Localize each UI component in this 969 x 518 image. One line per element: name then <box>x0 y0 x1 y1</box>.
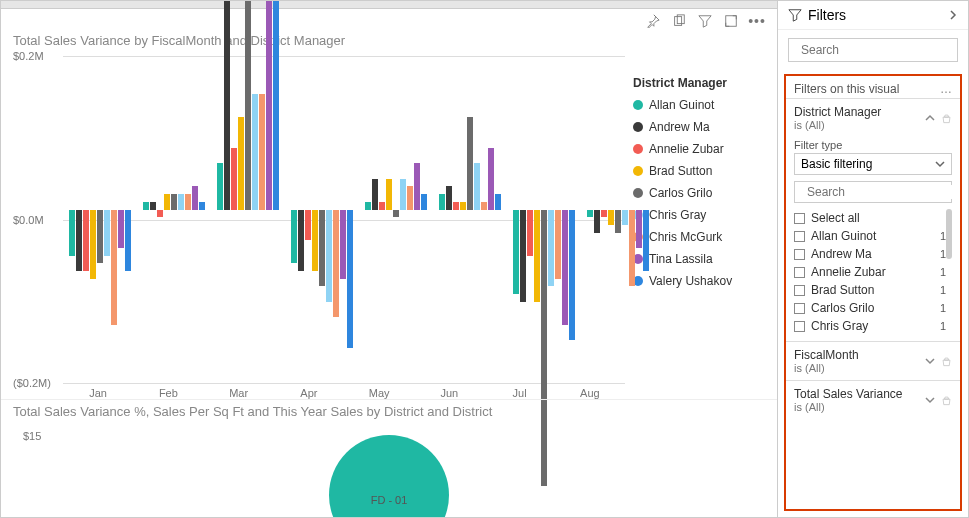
bar[interactable] <box>393 56 399 363</box>
bar[interactable] <box>587 56 593 363</box>
bar[interactable] <box>76 56 82 363</box>
bar[interactable] <box>513 56 519 363</box>
bar[interactable] <box>111 56 117 363</box>
bar[interactable] <box>629 56 635 363</box>
bar[interactable] <box>312 56 318 363</box>
checkbox[interactable] <box>794 321 805 332</box>
bar[interactable] <box>379 56 385 363</box>
bar[interactable] <box>319 56 325 363</box>
bar[interactable] <box>372 56 378 363</box>
bar[interactable] <box>273 56 279 363</box>
bar[interactable] <box>291 56 297 363</box>
bar[interactable] <box>601 56 607 363</box>
bar[interactable] <box>347 56 353 363</box>
bar[interactable] <box>453 56 459 363</box>
bar[interactable] <box>636 56 642 363</box>
bar[interactable] <box>238 56 244 363</box>
bar[interactable] <box>414 56 420 363</box>
bar[interactable] <box>622 56 628 363</box>
bar[interactable] <box>400 56 406 363</box>
bar[interactable] <box>548 56 554 363</box>
filter-value-row[interactable]: Carlos Grilo1 <box>794 299 952 317</box>
bar[interactable] <box>608 56 614 363</box>
bar[interactable] <box>224 56 230 363</box>
bar[interactable] <box>199 56 205 363</box>
bar[interactable] <box>305 56 311 363</box>
bar[interactable] <box>266 56 272 363</box>
bar[interactable] <box>365 56 371 363</box>
filter-value-row[interactable]: Allan Guinot1 <box>794 227 952 245</box>
chevron-down-icon[interactable] <box>925 395 935 406</box>
bar[interactable] <box>594 56 600 363</box>
bar[interactable] <box>104 56 110 363</box>
bar[interactable] <box>488 56 494 363</box>
bar[interactable] <box>467 56 473 363</box>
bar[interactable] <box>421 56 427 363</box>
bar[interactable] <box>217 56 223 363</box>
bar[interactable] <box>185 56 191 363</box>
bar[interactable] <box>164 56 170 363</box>
bar[interactable] <box>386 56 392 363</box>
filter-card-district-manager[interactable]: District Manager is (All) Filter type Ba… <box>786 98 960 341</box>
bar[interactable] <box>192 56 198 363</box>
bar[interactable] <box>178 56 184 363</box>
bar[interactable] <box>326 56 332 363</box>
checkbox[interactable] <box>794 231 805 242</box>
bar[interactable] <box>97 56 103 363</box>
filter-value-row[interactable]: Select all <box>794 209 952 227</box>
bar[interactable] <box>252 56 258 363</box>
pin-icon[interactable] <box>645 13 661 29</box>
bar[interactable] <box>90 56 96 363</box>
bar[interactable] <box>474 56 480 363</box>
bar[interactable] <box>231 56 237 363</box>
bar[interactable] <box>340 56 346 363</box>
clear-filter-icon[interactable] <box>941 113 952 124</box>
bar[interactable] <box>83 56 89 363</box>
filter-card-total-sales-variance[interactable]: Total Sales Variance is (All) <box>786 380 960 419</box>
section-more-icon[interactable]: … <box>940 82 952 96</box>
bar[interactable] <box>541 56 547 363</box>
clear-filter-icon[interactable] <box>941 356 952 367</box>
collapse-pane-icon[interactable] <box>948 10 958 20</box>
filter-type-select[interactable]: Basic filtering <box>794 153 952 175</box>
filter-value-row[interactable]: Andrew Ma1 <box>794 245 952 263</box>
bar[interactable] <box>520 56 526 363</box>
bar[interactable] <box>569 56 575 363</box>
bar[interactable] <box>446 56 452 363</box>
bar[interactable] <box>259 56 265 363</box>
more-icon[interactable]: ••• <box>749 13 765 29</box>
filter-icon[interactable] <box>697 13 713 29</box>
bar[interactable] <box>562 56 568 363</box>
bar[interactable] <box>495 56 501 363</box>
bar[interactable] <box>150 56 156 363</box>
filters-search-input[interactable] <box>801 43 951 57</box>
filter-value-row[interactable]: Annelie Zubar1 <box>794 263 952 281</box>
checkbox[interactable] <box>794 213 805 224</box>
bar[interactable] <box>439 56 445 363</box>
bar[interactable] <box>333 56 339 363</box>
bar[interactable] <box>157 56 163 363</box>
copy-icon[interactable] <box>671 13 687 29</box>
chevron-down-icon[interactable] <box>925 356 935 367</box>
filter-value-row[interactable]: Brad Sutton1 <box>794 281 952 299</box>
bar[interactable] <box>534 56 540 363</box>
bar[interactable] <box>555 56 561 363</box>
chevron-up-icon[interactable] <box>925 113 935 124</box>
bar[interactable] <box>125 56 131 363</box>
checkbox[interactable] <box>794 249 805 260</box>
bar[interactable] <box>245 56 251 363</box>
bar[interactable] <box>143 56 149 363</box>
checkbox[interactable] <box>794 303 805 314</box>
checkbox[interactable] <box>794 285 805 296</box>
filter-value-row[interactable]: Chris Gray1 <box>794 317 952 335</box>
bar[interactable] <box>481 56 487 363</box>
bar[interactable] <box>298 56 304 363</box>
bar[interactable] <box>118 56 124 363</box>
bar[interactable] <box>527 56 533 363</box>
filters-search[interactable] <box>788 38 958 62</box>
bar[interactable] <box>460 56 466 363</box>
bar[interactable] <box>407 56 413 363</box>
filter-values-search-input[interactable] <box>807 185 957 199</box>
bar[interactable] <box>171 56 177 363</box>
checkbox[interactable] <box>794 267 805 278</box>
